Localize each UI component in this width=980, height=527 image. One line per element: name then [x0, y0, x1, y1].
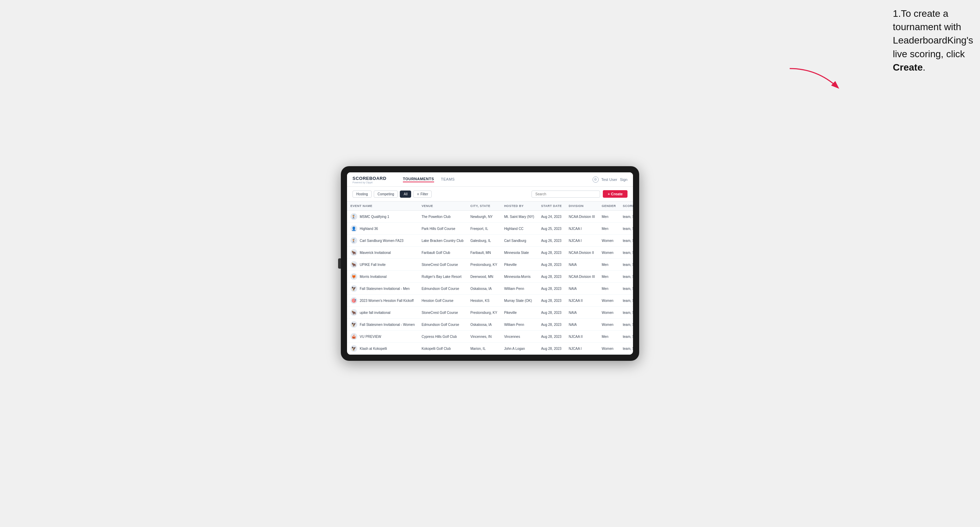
cell-hosted: Highland CC: [501, 223, 538, 235]
cell-gender: Men: [598, 259, 620, 271]
filter-label: Filter: [420, 192, 428, 196]
hosting-filter-button[interactable]: Hosting: [353, 190, 372, 198]
cell-gender: Men: [598, 223, 620, 235]
cell-scoring: team, Stroke Play: [619, 331, 633, 343]
table-header-row: EVENT NAME VENUE CITY, STATE HOSTED BY S…: [347, 202, 633, 211]
table-row: 🦊 Morris Invitational Ruttger's Bay Lake…: [347, 271, 633, 283]
event-name-text: Morris Invitational: [360, 275, 387, 279]
col-city-state: CITY, STATE: [467, 202, 501, 211]
cell-event-name: 🐂 Maverick Invitational: [347, 247, 418, 259]
event-name-text: Fall Statesmen Invitational - Women: [360, 323, 415, 327]
cell-hosted: Minnesota State: [501, 247, 538, 259]
cell-date: Aug 28, 2023: [538, 271, 565, 283]
cell-scoring: team, Stroke Play: [619, 307, 633, 319]
logo-text: SCOREBOARD: [353, 176, 387, 181]
event-icon: 🦊: [350, 273, 357, 280]
event-icon: 🎯: [350, 297, 357, 304]
cell-division: NAIA: [565, 307, 598, 319]
events-table: EVENT NAME VENUE CITY, STATE HOSTED BY S…: [347, 202, 633, 355]
event-name-text: VU PREVIEW: [360, 335, 381, 338]
cell-venue: StoneCrest Golf Course: [418, 259, 467, 271]
cell-hosted: Minnesota-Morris: [501, 271, 538, 283]
cell-division: NJCAA II: [565, 295, 598, 307]
cell-division: NCAA Division III: [565, 211, 598, 223]
cell-city: Deerwood, MN: [467, 271, 501, 283]
cell-city: Newburgh, NY: [467, 211, 501, 223]
cell-event-name: 🎪 VU PREVIEW: [347, 331, 418, 343]
event-name-text: upike fall invitational: [360, 311, 391, 314]
arrow-annotation: [783, 65, 845, 92]
table-row: 👤 Highland 36 Park Hills Golf Course Fre…: [347, 223, 633, 235]
cell-scoring: team, Stroke Play: [619, 319, 633, 331]
event-name-text: UPIKE Fall Invite: [360, 263, 386, 267]
cell-city: Marion, IL: [467, 343, 501, 355]
cell-hosted: Carl Sandburg: [501, 235, 538, 247]
all-filter-button[interactable]: All: [400, 190, 411, 198]
cell-division: NJCAA I: [565, 343, 598, 355]
cell-division: NJCAA I: [565, 235, 598, 247]
tab-teams[interactable]: TEAMS: [441, 177, 455, 182]
cell-division: NAIA: [565, 283, 598, 295]
cell-date: Aug 28, 2023: [538, 343, 565, 355]
table-row: 🏌 MSMC Qualifying 1 The Powelton Club Ne…: [347, 211, 633, 223]
cell-gender: Women: [598, 343, 620, 355]
settings-icon[interactable]: ⚙: [592, 176, 599, 183]
cell-gender: Women: [598, 307, 620, 319]
cell-date: Aug 28, 2023: [538, 307, 565, 319]
cell-scoring: team, Stroke Play: [619, 259, 633, 271]
cell-city: Hesston, KS: [467, 295, 501, 307]
col-venue: VENUE: [418, 202, 467, 211]
cell-venue: Edmundson Golf Course: [418, 319, 467, 331]
cell-event-name: 🎯 2023 Women's Hesston Fall Kickoff: [347, 295, 418, 307]
tab-tournaments[interactable]: TOURNAMENTS: [403, 177, 434, 182]
cell-gender: Men: [598, 271, 620, 283]
col-scoring: SCORING: [619, 202, 633, 211]
col-start-date: START DATE: [538, 202, 565, 211]
competing-filter-button[interactable]: Competing: [374, 190, 398, 198]
cell-date: Aug 28, 2023: [538, 283, 565, 295]
top-bar-right: ⚙ Test User Sign: [592, 176, 628, 183]
table-row: 🐂 upike fall invitational StoneCrest Gol…: [347, 307, 633, 319]
table-row: 🎪 VU PREVIEW Cypress Hills Golf Club Vin…: [347, 331, 633, 343]
table-row: 🏌 Carl Sandburg Women FA23 Lake Bracken …: [347, 235, 633, 247]
cell-hosted: William Penn: [501, 283, 538, 295]
cell-date: Aug 24, 2023: [538, 211, 565, 223]
search-input[interactable]: [531, 190, 600, 198]
cell-event-name: 🦊 Morris Invitational: [347, 271, 418, 283]
cell-hosted: Vincennes: [501, 331, 538, 343]
cell-scoring: team, Stroke Play: [619, 271, 633, 283]
event-icon: 🦅: [350, 285, 357, 292]
event-icon: 🐂: [350, 249, 357, 256]
sign-out-link[interactable]: Sign: [620, 178, 627, 182]
cell-scoring: team, Stroke Play: [619, 247, 633, 259]
event-icon: 🦅: [350, 321, 357, 328]
tablet-screen: SCOREBOARD Powered by Clippit TOURNAMENT…: [347, 172, 633, 355]
cell-venue: Lake Bracken Country Club: [418, 235, 467, 247]
cell-venue: Ruttger's Bay Lake Resort: [418, 271, 467, 283]
create-button[interactable]: + Create: [603, 190, 627, 198]
cell-event-name: 🐂 upike fall invitational: [347, 307, 418, 319]
cell-city: Prestonsburg, KY: [467, 307, 501, 319]
cell-division: NAIA: [565, 259, 598, 271]
cell-division: NCAA Division III: [565, 271, 598, 283]
events-table-container: EVENT NAME VENUE CITY, STATE HOSTED BY S…: [347, 202, 633, 355]
annotation-text: 1.To create a tournament with Leaderboar…: [893, 7, 973, 74]
cell-venue: Cypress Hills Golf Club: [418, 331, 467, 343]
filter-dropdown-button[interactable]: ≡ Filter: [413, 190, 432, 198]
cell-division: NJCAA II: [565, 331, 598, 343]
cell-date: Aug 28, 2023: [538, 259, 565, 271]
event-name-text: MSMC Qualifying 1: [360, 215, 389, 219]
cell-event-name: 🏌 Carl Sandburg Women FA23: [347, 235, 418, 247]
cell-city: Oskaloosa, IA: [467, 319, 501, 331]
cell-venue: Faribault Golf Club: [418, 247, 467, 259]
table-row: 🐂 UPIKE Fall Invite StoneCrest Golf Cour…: [347, 259, 633, 271]
event-icon: 🐂: [350, 261, 357, 268]
filter-buttons-group: Hosting Competing All ≡ Filter: [353, 190, 432, 198]
cell-scoring: team, Stroke Play: [619, 343, 633, 355]
cell-hosted: John A Logan: [501, 343, 538, 355]
cell-city: Faribault, MN: [467, 247, 501, 259]
cell-scoring: team, Stroke Play: [619, 235, 633, 247]
cell-scoring: team, Stroke Play: [619, 223, 633, 235]
cell-hosted: William Penn: [501, 319, 538, 331]
cell-venue: Park Hills Golf Course: [418, 223, 467, 235]
